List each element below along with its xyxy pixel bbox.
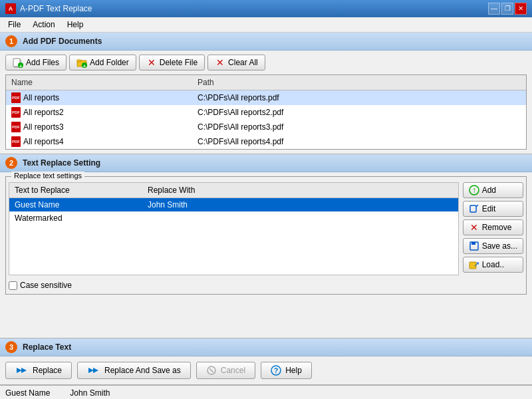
replace-table: Text to Replace Replace With Guest Name … — [9, 182, 459, 275]
replace-row[interactable]: Guest Name John Smith — [9, 198, 458, 211]
menu-help[interactable]: Help — [62, 19, 89, 31]
delete-file-button[interactable]: ✕ Delete File — [139, 55, 205, 70]
section1-title: Add PDF Documents — [23, 37, 102, 46]
save-icon — [469, 241, 479, 251]
svg-text:↑: ↑ — [472, 186, 476, 195]
file-name: All reports2 — [23, 108, 64, 117]
status-field2: John Smith — [70, 388, 110, 398]
file-rows: PDF All reports C:\PDFs\All reports.pdf … — [6, 90, 526, 149]
help-icon: ? — [271, 365, 281, 376]
clear-all-icon: ✕ — [215, 57, 225, 68]
replace-area: Text to Replace Replace With Guest Name … — [9, 180, 523, 291]
replace-table-header: Text to Replace Replace With — [9, 183, 458, 198]
remove-rule-label: Remove — [482, 223, 512, 232]
file-path: C:\PDFs\All reports3.pdf — [195, 122, 523, 132]
replace-row[interactable]: Watermarked — [9, 211, 458, 225]
replace-save-as-button[interactable]: Replace And Save as — [77, 362, 191, 379]
section-add-pdf: 1 Add PDF Documents + Add Files + — [0, 33, 532, 154]
title-text: A-PDF Text Replace — [20, 4, 92, 13]
svg-text:?: ? — [274, 366, 279, 374]
save-as-button[interactable]: Save as... — [463, 238, 523, 254]
section-replace-setting: 2 Text Replace Setting Replace text sett… — [0, 154, 532, 338]
load-label: Load.. — [482, 260, 504, 269]
help-button[interactable]: ? Help — [261, 362, 312, 379]
case-sensitive-checkbox[interactable] — [9, 281, 17, 290]
menu-bar: File Action Help — [0, 17, 532, 33]
file-name: All reports4 — [23, 137, 64, 146]
add-rule-icon: ↑ — [469, 185, 479, 196]
case-sensitive-label: Case sensitive — [20, 281, 72, 290]
add-files-button[interactable]: + Add Files — [5, 55, 66, 70]
svg-rect-16 — [471, 242, 475, 245]
restore-button[interactable]: ❐ — [501, 3, 513, 15]
add-rule-button[interactable]: ↑ Add — [463, 182, 523, 198]
file-name: All reports — [23, 93, 59, 102]
col-text-to-replace: Text to Replace — [12, 184, 145, 196]
add-folder-button[interactable]: + Add Folder — [69, 55, 136, 70]
minimize-button[interactable]: — — [488, 3, 500, 15]
pdf-icon: PDF — [11, 122, 21, 132]
file-row[interactable]: PDF All reports C:\PDFs\All reports.pdf — [6, 90, 526, 105]
section1-number: 1 — [5, 35, 17, 47]
replace-group-box: Replace text settings Text to Replace Re… — [5, 176, 527, 295]
col-name-header: Name — [9, 76, 195, 88]
file-path: C:\PDFs\All reports2.pdf — [195, 107, 523, 118]
svg-rect-12 — [470, 205, 476, 212]
cancel-button[interactable]: Cancel — [196, 362, 255, 379]
replace-with-cell: John Smith — [145, 200, 456, 210]
section3-title: Replace Text — [23, 342, 71, 352]
replace-button[interactable]: Replace — [5, 362, 72, 379]
section3-number: 3 — [5, 341, 17, 353]
section2-header: 2 Text Replace Setting — [0, 154, 532, 172]
section1-header: 1 Add PDF Documents — [0, 33, 532, 51]
file-row[interactable]: PDF All reports3 C:\PDFs\All reports3.pd… — [6, 120, 526, 134]
add-rule-label: Add — [482, 186, 496, 195]
cancel-icon — [206, 365, 217, 376]
group-box-label: Replace text settings — [11, 172, 84, 180]
remove-rule-button[interactable]: ✕ Remove — [463, 219, 523, 235]
svg-marker-21 — [88, 368, 94, 373]
svg-marker-22 — [93, 368, 98, 373]
close-button[interactable]: ✕ — [515, 3, 527, 15]
svg-line-13 — [476, 205, 478, 207]
side-buttons: ↑ Add Edit — [463, 182, 523, 291]
file-row[interactable]: PDF All reports4 C:\PDFs\All reports4.pd… — [6, 134, 526, 149]
section-replace: 3 Replace Text Replace Replace And Save … — [0, 338, 532, 385]
load-button[interactable]: ↗ Load.. — [463, 257, 523, 273]
menu-action[interactable]: Action — [27, 19, 60, 31]
replace-rows: Guest Name John Smith Watermarked — [9, 198, 458, 225]
main-content: 1 Add PDF Documents + Add Files + — [0, 33, 532, 399]
remove-icon: ✕ — [469, 222, 479, 233]
title-bar: A A-PDF Text Replace — ❐ ✕ — [0, 0, 532, 17]
add-files-icon: + — [13, 57, 23, 68]
file-list-header: Name Path — [6, 75, 526, 90]
section1-toolbar: + Add Files + Add Folder ✕ Delete File — [0, 51, 532, 74]
col-path-header: Path — [195, 76, 523, 88]
clear-all-button[interactable]: ✕ Clear All — [207, 55, 265, 70]
file-path: C:\PDFs\All reports.pdf — [195, 92, 523, 103]
replace-save-icon — [87, 365, 100, 376]
file-name: All reports3 — [23, 122, 64, 132]
file-row[interactable]: PDF All reports2 C:\PDFs\All reports2.pd… — [6, 105, 526, 120]
svg-text:+: + — [19, 63, 23, 68]
help-label: Help — [285, 366, 302, 375]
menu-file[interactable]: File — [3, 19, 26, 31]
svg-marker-20 — [21, 368, 27, 373]
svg-text:✕: ✕ — [148, 57, 156, 68]
pdf-icon: PDF — [11, 107, 21, 118]
svg-rect-5 — [77, 60, 81, 62]
file-list: Name Path PDF All reports C:\PDFs\All re… — [5, 74, 527, 150]
svg-marker-19 — [17, 368, 22, 373]
edit-rule-label: Edit — [482, 204, 496, 213]
section2-number: 2 — [5, 157, 17, 169]
replace-with-cell — [145, 213, 456, 223]
edit-rule-button[interactable]: Edit — [463, 201, 523, 217]
svg-text:✕: ✕ — [470, 222, 478, 233]
cancel-label: Cancel — [221, 366, 245, 375]
clear-all-label: Clear All — [228, 58, 258, 67]
add-files-label: Add Files — [26, 58, 59, 67]
section2-body: Replace text settings Text to Replace Re… — [0, 172, 532, 299]
add-folder-label: Add Folder — [90, 58, 129, 67]
pdf-icon: PDF — [11, 136, 21, 147]
add-folder-icon: + — [76, 57, 87, 68]
